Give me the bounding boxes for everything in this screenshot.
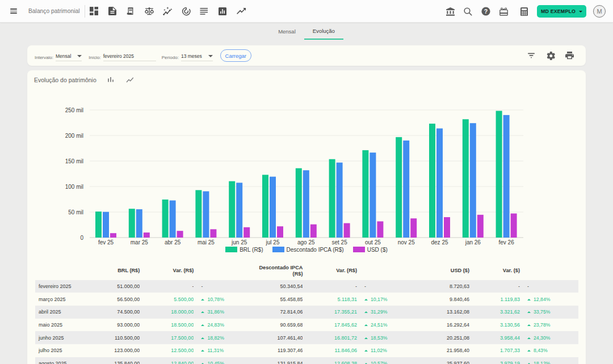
svg-text:dez 25: dez 25 bbox=[431, 239, 448, 246]
svg-text:jan 26: jan 26 bbox=[465, 239, 481, 246]
svg-text:set 25: set 25 bbox=[331, 239, 347, 246]
svg-text:0: 0 bbox=[80, 235, 83, 241]
svg-text:jun 25: jun 25 bbox=[231, 239, 247, 246]
svg-text:mai 25: mai 25 bbox=[198, 239, 215, 246]
svg-text:250 mil: 250 mil bbox=[65, 107, 83, 113]
svg-text:50 mil: 50 mil bbox=[68, 209, 83, 215]
svg-text:fev 25: fev 25 bbox=[98, 239, 114, 246]
svg-text:mar 25: mar 25 bbox=[131, 239, 149, 246]
svg-text:150 mil: 150 mil bbox=[65, 158, 83, 164]
svg-text:ago 25: ago 25 bbox=[297, 239, 315, 246]
svg-text:?: ? bbox=[484, 8, 488, 15]
svg-text:fev 26: fev 26 bbox=[498, 239, 514, 246]
svg-text:200 mil: 200 mil bbox=[65, 133, 83, 139]
svg-text:jul 25: jul 25 bbox=[266, 239, 280, 246]
svg-text:nov 25: nov 25 bbox=[398, 239, 415, 246]
svg-text:out 25: out 25 bbox=[365, 239, 381, 246]
svg-text:abr 25: abr 25 bbox=[165, 239, 181, 246]
svg-text:100 mil: 100 mil bbox=[65, 184, 83, 190]
